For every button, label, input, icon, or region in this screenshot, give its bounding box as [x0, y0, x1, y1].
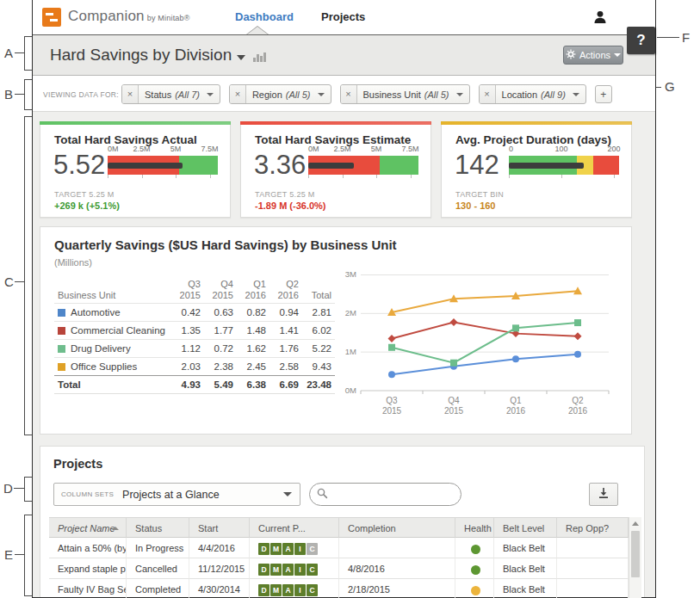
health-cell: [455, 579, 494, 598]
phase-badge-d: D: [258, 543, 269, 555]
report-chart-icon[interactable]: [253, 50, 267, 65]
value-cell: 2.45: [237, 358, 269, 376]
search-input[interactable]: [333, 488, 470, 502]
phase-badge-a: A: [282, 543, 294, 555]
filter-bar-label: VIEWING DATA FOR:: [43, 90, 119, 99]
table-scrollbar[interactable]: [629, 517, 641, 598]
belt-level-cell: Black Belt: [494, 558, 557, 579]
total-value-cell: 4.93: [171, 376, 204, 394]
bullet-tick-mark: [614, 175, 615, 178]
filter-value: (All 5): [286, 89, 311, 100]
kpi-number: 5.52: [53, 150, 105, 180]
column-header-total: Total: [302, 277, 335, 304]
filter-remove-button[interactable]: ×: [230, 85, 246, 103]
callout-line-a: [15, 52, 24, 53]
table-row[interactable]: Expand staple product line i...Cancelled…: [49, 558, 629, 579]
table-row[interactable]: Attain a 50% (by volume) lo...In Progres…: [49, 538, 629, 558]
phase-badge-a: A: [282, 564, 294, 576]
business-unit-cell: Commercial Cleaning: [54, 322, 171, 340]
actions-button[interactable]: Actions: [563, 46, 623, 65]
row-total-cell: 2.81: [302, 304, 335, 322]
project-name-cell: Expand staple product line i...: [49, 558, 127, 579]
phase-badge-i: I: [294, 584, 306, 596]
filter-dropdown[interactable]: Location(All 9): [496, 85, 585, 103]
projects-table: Project NameStatusStartCurrent P...Compl…: [49, 517, 629, 598]
chevron-down-icon: [573, 93, 579, 96]
series-color-swatch: [58, 363, 65, 371]
kpi-card-2: Total Hard Savings Estimate3.36M0M2.5M5M…: [240, 121, 431, 218]
filter-dropdown[interactable]: Region(All 5): [246, 85, 331, 103]
filter-chip-status: ×Status(All 7): [121, 84, 220, 104]
logo-bar: [46, 13, 53, 15]
business-unit-name: Automotive: [71, 307, 121, 317]
quarterly-card-subtitle: (Millions): [54, 257, 92, 268]
help-button[interactable]: ?: [627, 27, 655, 54]
phase-badge-m: M: [270, 564, 282, 576]
callout-line-e: [15, 554, 24, 555]
status-cell: In Progress: [127, 538, 189, 558]
callout-line-b: [15, 94, 24, 95]
row-total-cell: 9.43: [302, 358, 335, 376]
filter-dropdown[interactable]: Business Unit(All 5): [357, 85, 469, 103]
value-cell: 1.62: [237, 340, 269, 358]
download-button[interactable]: [589, 483, 618, 506]
column-header-quarter: Q22016: [269, 277, 302, 304]
bullet-measure-bar: [108, 163, 183, 169]
svg-text:2M: 2M: [345, 308, 356, 317]
filter-remove-button[interactable]: ×: [122, 85, 139, 103]
quarterly-table-header-row: Business UnitQ32015Q42015Q12016Q22016Tot…: [54, 277, 335, 304]
row-total-cell: 5.22: [302, 340, 335, 358]
column-sets-dropdown[interactable]: COLUMN SETS Projects at a Glance: [53, 483, 300, 506]
tab-projects[interactable]: Projects: [321, 10, 365, 23]
bullet-measure-bar: [509, 163, 584, 169]
table-row[interactable]: Faulty IV Bag Seal ReductionCompleted4/3…: [49, 579, 629, 598]
bullet-bar: [108, 156, 218, 175]
svg-text:2015: 2015: [382, 406, 402, 416]
data-point-marker: [574, 319, 581, 326]
project-name-cell: Faulty IV Bag Seal Reduction: [49, 579, 127, 598]
filter-name: Status: [145, 89, 171, 100]
svg-text:2015: 2015: [444, 406, 464, 416]
chevron-down-icon: [318, 93, 325, 96]
phase-badge-c: C: [307, 543, 318, 555]
tab-dashboard[interactable]: Dashboard: [235, 10, 294, 23]
logo-bar: [50, 19, 58, 22]
column-header-completion[interactable]: Completion: [339, 517, 455, 538]
column-header-health[interactable]: Health: [455, 517, 494, 538]
bullet-tick-label: 2.5M: [333, 145, 350, 153]
filter-remove-button[interactable]: ×: [341, 85, 357, 103]
filter-dropdown[interactable]: Status(All 7): [139, 85, 220, 103]
value-cell: 0.42: [171, 304, 204, 322]
scrollbar-thumb[interactable]: [631, 531, 640, 577]
column-sets-label: COLUMN SETS: [54, 490, 122, 498]
column-header-status[interactable]: Status: [127, 517, 189, 538]
user-account-icon[interactable]: [592, 9, 608, 28]
bullet-tick-mark: [142, 175, 143, 178]
value-cell: 1.12: [171, 340, 204, 358]
value-cell: 0.63: [204, 304, 237, 322]
column-header-rep-opp-[interactable]: Rep Opp?: [557, 517, 629, 538]
add-filter-button[interactable]: +: [595, 85, 612, 103]
table-row: Commercial Cleaning1.351.771.481.416.02: [54, 322, 335, 340]
column-header-current-p-[interactable]: Current P...: [250, 517, 339, 538]
filter-remove-button[interactable]: ×: [480, 85, 496, 103]
callout-letter-f: F: [682, 31, 690, 44]
column-header-belt-level[interactable]: Belt Level: [494, 517, 557, 538]
column-header-project-name[interactable]: Project Name: [49, 517, 127, 538]
bullet-tick-mark: [561, 175, 562, 178]
status-cell: Cancelled: [127, 558, 189, 579]
bullet-measure-bar: [308, 163, 354, 169]
belt-level-cell: Black Belt: [494, 538, 557, 558]
filter-name: Business Unit: [363, 89, 421, 100]
callout-letter-c: C: [4, 275, 14, 288]
filter-value: (All 5): [424, 89, 449, 100]
app-window: Companionby Minitab® Dashboard Projects …: [32, 0, 656, 598]
column-header-start[interactable]: Start: [189, 517, 250, 538]
actions-button-label: Actions: [579, 50, 610, 60]
bullet-tick-mark: [343, 175, 344, 178]
scroll-up-icon[interactable]: [632, 521, 639, 526]
status-cell: Completed: [127, 579, 189, 598]
title-dropdown-caret-icon[interactable]: [237, 55, 245, 60]
total-value-cell: 6.38: [237, 376, 269, 394]
completion-date-cell: 2/18/2015: [339, 579, 455, 598]
